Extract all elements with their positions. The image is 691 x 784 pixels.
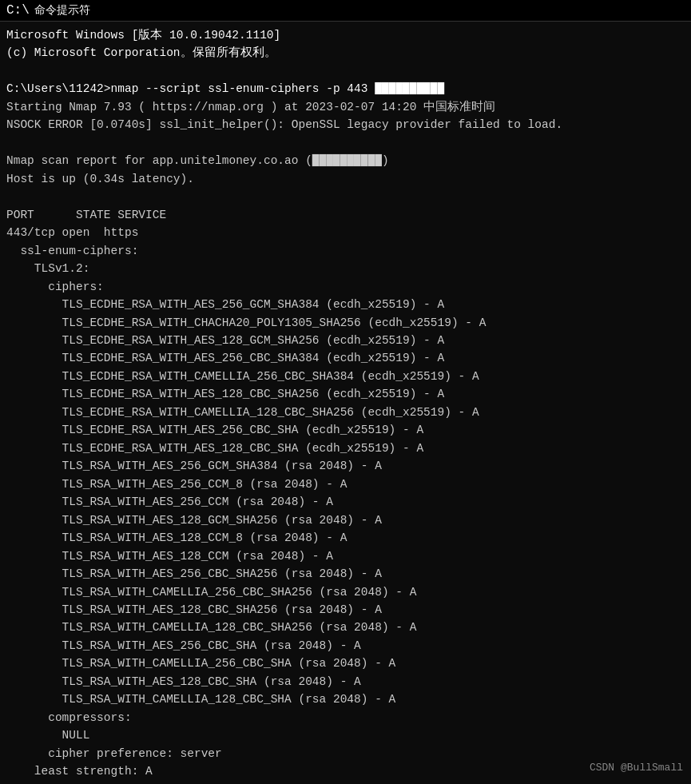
terminal-line: TLS_RSA_WITH_AES_256_CCM_8 (rsa 2048) - …: [6, 476, 685, 493]
terminal-line: TLS_ECDHE_RSA_WITH_AES_128_GCM_SHA256 (e…: [6, 332, 685, 349]
terminal-line: compressors:: [6, 709, 685, 726]
terminal-line: TLS_RSA_WITH_AES_128_CCM_8 (rsa 2048) - …: [6, 529, 685, 547]
terminal-line: C:\Users\11242>nmap --script ssl-enum-ci…: [6, 80, 685, 98]
terminal-line: [6, 781, 685, 784]
watermark: CSDN @BullSmall: [590, 760, 683, 776]
title-bar: C:\ 命令提示符: [0, 0, 691, 22]
terminal-line: TLS_ECDHE_RSA_WITH_AES_256_CBC_SHA (ecdh…: [6, 421, 685, 439]
terminal-line: 443/tcp open https: [6, 224, 685, 241]
terminal-line: TLS_RSA_WITH_CAMELLIA_256_CBC_SHA (rsa 2…: [6, 655, 685, 672]
terminal-line: TLSv1.2:: [6, 260, 685, 277]
terminal-line: Host is up (0.34s latency).: [6, 170, 685, 188]
terminal-line: ssl-enum-ciphers:: [6, 242, 685, 260]
terminal-line: least strength: A: [6, 762, 685, 780]
terminal-line: Nmap scan report for app.unitelmoney.co.…: [6, 152, 685, 169]
terminal-line: [6, 134, 685, 152]
window: C:\ 命令提示符 Microsoft Windows [版本 10.0.190…: [0, 0, 691, 784]
terminal-line: PORT STATE SERVICE: [6, 206, 685, 224]
terminal-line: TLS_ECDHE_RSA_WITH_AES_128_CBC_SHA256 (e…: [6, 385, 685, 403]
terminal-line: TLS_RSA_WITH_AES_256_CBC_SHA (rsa 2048) …: [6, 637, 685, 655]
terminal-line: TLS_ECDHE_RSA_WITH_AES_256_GCM_SHA384 (e…: [6, 296, 685, 313]
terminal-line: NSOCK ERROR [0.0740s] ssl_init_helper():…: [6, 116, 685, 133]
title-bar-label: 命令提示符: [34, 3, 90, 18]
terminal-line: NULL: [6, 726, 685, 744]
terminal-line: TLS_RSA_WITH_AES_128_CCM (rsa 2048) - A: [6, 547, 685, 565]
terminal-body[interactable]: Microsoft Windows [版本 10.0.19042.1110](c…: [0, 22, 691, 784]
cmd-icon: C:\: [6, 3, 30, 18]
terminal-line: Microsoft Windows [版本 10.0.19042.1110]: [6, 26, 685, 44]
terminal-line: ciphers:: [6, 278, 685, 296]
terminal-line: TLS_ECDHE_RSA_WITH_AES_128_CBC_SHA (ecdh…: [6, 440, 685, 457]
terminal-line: TLS_RSA_WITH_AES_128_GCM_SHA256 (rsa 204…: [6, 511, 685, 529]
terminal-line: [6, 62, 685, 80]
terminal-line: TLS_RSA_WITH_CAMELLIA_128_CBC_SHA (rsa 2…: [6, 690, 685, 708]
terminal-line: (c) Microsoft Corporation。保留所有权利。: [6, 44, 685, 62]
terminal-line: TLS_ECDHE_RSA_WITH_CHACHA20_POLY1305_SHA…: [6, 314, 685, 332]
terminal-line: TLS_ECDHE_RSA_WITH_AES_256_CBC_SHA384 (e…: [6, 349, 685, 367]
terminal-line: Starting Nmap 7.93 ( https://nmap.org ) …: [6, 98, 685, 116]
terminal-line: TLS_RSA_WITH_AES_128_CBC_SHA (rsa 2048) …: [6, 673, 685, 690]
terminal-line: TLS_RSA_WITH_AES_128_CBC_SHA256 (rsa 204…: [6, 601, 685, 619]
terminal-line: TLS_RSA_WITH_CAMELLIA_256_CBC_SHA256 (rs…: [6, 583, 685, 601]
terminal-line: [6, 188, 685, 205]
terminal-line: TLS_ECDHE_RSA_WITH_CAMELLIA_256_CBC_SHA3…: [6, 368, 685, 385]
terminal-line: TLS_RSA_WITH_AES_256_CBC_SHA256 (rsa 204…: [6, 565, 685, 583]
terminal-line: cipher preference: server: [6, 745, 685, 762]
terminal-line: TLS_RSA_WITH_AES_256_CCM (rsa 2048) - A: [6, 493, 685, 511]
terminal-line: TLS_ECDHE_RSA_WITH_CAMELLIA_128_CBC_SHA2…: [6, 404, 685, 421]
terminal-line: TLS_RSA_WITH_AES_256_GCM_SHA384 (rsa 204…: [6, 457, 685, 475]
terminal-line: TLS_RSA_WITH_CAMELLIA_128_CBC_SHA256 (rs…: [6, 619, 685, 636]
